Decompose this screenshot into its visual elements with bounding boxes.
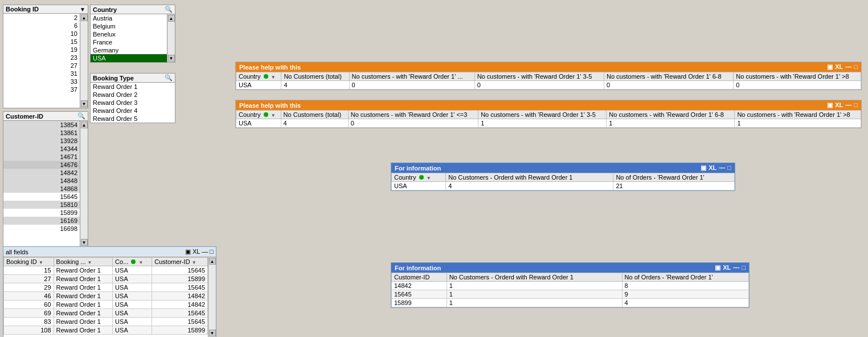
sort-icon[interactable]: ▼	[192, 260, 196, 265]
col-booking-type[interactable]: Booking ... ▼	[54, 258, 113, 266]
grid-icon[interactable]: ▣	[827, 101, 833, 109]
country-search-icon[interactable]: 🔍	[165, 6, 173, 13]
list-item[interactable]: 15645	[3, 193, 80, 201]
scroll-up-btn[interactable]: ▲	[81, 121, 88, 128]
list-item[interactable]: 15	[3, 38, 80, 46]
booking-id-sort-icon[interactable]: ▼	[80, 6, 85, 13]
sort-icon[interactable]: ▼	[39, 260, 43, 265]
minimize-icon[interactable]: —	[202, 248, 208, 255]
scroll-down-btn[interactable]: ▼	[209, 330, 216, 336]
col-no-customers[interactable]: No Customers (total)	[281, 72, 349, 81]
list-item[interactable]: 15810	[3, 201, 80, 209]
col-reward-gt8[interactable]: No customers - with 'Reward Order 1' >8	[735, 111, 861, 119]
col-no-customers-ordered[interactable]: No Customers - Orderd with Reward Order …	[446, 173, 613, 182]
list-item[interactable]: 27	[3, 62, 80, 70]
xl-label[interactable]: XL	[835, 101, 843, 109]
filter-arrow[interactable]: ▼	[427, 176, 431, 181]
xl-label[interactable]: XL	[835, 63, 843, 71]
col-reward-3-5[interactable]: No customers - with 'Reward Order 1' 3-5	[474, 72, 604, 81]
list-item[interactable]: Reward Order 3	[91, 99, 175, 107]
col-reward-lte3[interactable]: No customers - with 'Reward Order 1' <=3	[348, 111, 478, 119]
sort-icon[interactable]: ▼	[88, 260, 92, 265]
scroll-down-btn[interactable]: ▼	[81, 239, 88, 246]
list-item[interactable]: 14842	[3, 169, 80, 177]
maximize-icon[interactable]: □	[727, 164, 731, 172]
list-item[interactable]: 14676	[3, 161, 80, 169]
list-item[interactable]: 19	[3, 46, 80, 54]
scroll-down-btn[interactable]: ▼	[81, 100, 88, 107]
col-no-orders[interactable]: No of Orders - 'Reward Order 1'	[622, 273, 748, 282]
col-no-customers-ordered[interactable]: No Customers - Orderd with Reward Order …	[447, 273, 622, 282]
col-country[interactable]: Country ▼	[236, 72, 281, 81]
col-country[interactable]: Country ▼	[236, 111, 281, 119]
maximize-icon[interactable]: □	[210, 248, 214, 255]
col-customer-id[interactable]: Customer-ID	[392, 273, 447, 282]
col-reward-6-8[interactable]: No customers - with 'Reward Order 1' 6-8	[607, 111, 735, 119]
col-reward-6-8[interactable]: No customers - with 'Reward Order 1' 6-8	[604, 72, 733, 81]
list-item[interactable]: 16698	[3, 225, 80, 233]
list-item[interactable]: 13928	[3, 137, 80, 145]
col-booking-id[interactable]: Booking ID ▼	[4, 258, 54, 266]
list-item[interactable]: 13861	[3, 129, 80, 137]
minimize-icon[interactable]: —	[845, 101, 851, 109]
list-item[interactable]: 10	[3, 30, 80, 38]
minimize-icon[interactable]: —	[719, 164, 725, 172]
customer-id-scrollbar[interactable]: ▲ ▼	[80, 121, 88, 246]
booking-id-scrollbar[interactable]: ▲ ▼	[80, 14, 88, 108]
list-item[interactable]: 14344	[3, 145, 80, 153]
grid-icon[interactable]: ▣	[715, 264, 720, 271]
list-item[interactable]: Reward Order 2	[91, 91, 175, 99]
minimize-icon[interactable]: —	[733, 264, 739, 271]
grid-icon[interactable]: ▣	[827, 63, 833, 71]
col-no-orders[interactable]: No of Orders - 'Reward Order 1'	[613, 173, 735, 182]
list-item[interactable]: Reward Order 4	[91, 107, 175, 115]
col-reward-3-5[interactable]: No customers - with 'Reward Order 1' 3-5	[478, 111, 607, 119]
grid-icon[interactable]: ▣	[701, 164, 706, 172]
list-item[interactable]: 14848	[3, 177, 80, 185]
filter-arrow[interactable]: ▼	[138, 260, 143, 265]
list-item[interactable]: Germany	[91, 46, 167, 54]
maximize-icon[interactable]: □	[854, 63, 858, 71]
customer-id-search-icon[interactable]: 🔍	[77, 112, 85, 120]
col-reward-gt8[interactable]: No customers - with 'Reward Order 1' >8	[734, 72, 861, 81]
list-item[interactable]: Benelux	[91, 30, 167, 38]
col-customer-id[interactable]: Customer-ID ▼	[152, 258, 208, 266]
list-item[interactable]: France	[91, 38, 167, 46]
list-item[interactable]: Austria	[91, 14, 167, 22]
col-reward-1[interactable]: No customers - with 'Reward Order 1' ...	[349, 72, 474, 81]
scroll-up-btn[interactable]: ▲	[81, 14, 88, 21]
scroll-down-btn[interactable]: ▼	[168, 55, 175, 62]
maximize-icon[interactable]: □	[742, 264, 746, 271]
minimize-icon[interactable]: —	[845, 63, 851, 71]
list-item[interactable]: 14671	[3, 153, 80, 161]
xl-icon[interactable]: XL	[193, 248, 200, 255]
xl-label[interactable]: XL	[723, 264, 731, 271]
list-item[interactable]: 2	[3, 14, 80, 22]
list-item[interactable]: Reward Order 5	[91, 115, 175, 123]
list-item-usa[interactable]: USA	[91, 54, 167, 62]
col-country[interactable]: Country ▼	[392, 173, 446, 182]
filter-arrow[interactable]: ▼	[271, 75, 276, 80]
col-country[interactable]: Co... ▼	[113, 258, 152, 266]
list-item[interactable]: Reward Order 1	[91, 83, 175, 91]
list-item[interactable]: Belgium	[91, 22, 167, 30]
country-scrollbar[interactable]: ▲ ▼	[167, 14, 175, 62]
xl-label[interactable]: XL	[709, 164, 716, 172]
list-item[interactable]: 14868	[3, 185, 80, 193]
booking-type-search-icon[interactable]: 🔍	[165, 74, 173, 82]
scroll-up-btn[interactable]: ▲	[168, 15, 175, 22]
filter-arrow[interactable]: ▼	[271, 113, 276, 118]
grid-icon[interactable]: ▣	[185, 248, 191, 255]
maximize-icon[interactable]: □	[854, 101, 858, 109]
list-item[interactable]: 15899	[3, 209, 80, 217]
list-item[interactable]: 31	[3, 70, 80, 78]
list-item[interactable]: 37	[3, 86, 80, 94]
list-item[interactable]: 6	[3, 22, 80, 30]
col-no-customers[interactable]: No Customers (total)	[281, 111, 348, 119]
list-item[interactable]: 16169	[3, 217, 80, 225]
list-item[interactable]: 13854	[3, 121, 80, 129]
all-fields-scrollbar[interactable]: ▲ ▼	[208, 257, 216, 337]
scroll-up-btn[interactable]: ▲	[209, 258, 216, 265]
list-item[interactable]: 23	[3, 54, 80, 62]
list-item[interactable]: 33	[3, 78, 80, 86]
